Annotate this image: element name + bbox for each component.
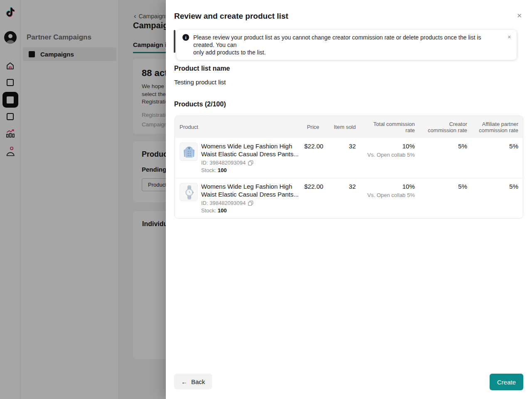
col-affiliate-commission: Affiliate partner commission rate bbox=[472, 116, 523, 138]
product-list-name-value: Testing product list bbox=[174, 79, 226, 86]
product-list-name-label: Product list name bbox=[174, 65, 230, 72]
product-title: Womens Wide Leg Fashion High Waist Elast… bbox=[201, 143, 288, 158]
banner-text: Please review your product list as you c… bbox=[193, 34, 500, 56]
create-button[interactable]: Create bbox=[490, 374, 523, 390]
product-image-watch bbox=[180, 183, 198, 201]
back-arrow-icon: ← bbox=[181, 378, 187, 385]
table-row: Womens Wide Leg Fashion High Waist Elast… bbox=[175, 138, 523, 178]
total-rate-cell: 10% Vs. Open collab 5% bbox=[360, 138, 419, 178]
col-price: Price bbox=[300, 116, 324, 138]
affiliate-rate-cell: 5% bbox=[472, 178, 523, 219]
table-header-row: Product Price Item sold Total commission… bbox=[175, 116, 523, 138]
col-item-sold: Item sold bbox=[324, 116, 360, 138]
creator-rate-cell: 5% bbox=[419, 138, 472, 178]
copy-icon[interactable] bbox=[248, 200, 254, 206]
open-collab-note: Vs. Open collab 5% bbox=[365, 152, 415, 158]
stock-value: 100 bbox=[218, 167, 227, 173]
col-product: Product bbox=[175, 116, 300, 138]
total-rate-cell: 10% Vs. Open collab 5% bbox=[360, 178, 419, 219]
products-table: Product Price Item sold Total commission… bbox=[175, 116, 523, 219]
stock-label: Stock: bbox=[201, 167, 216, 173]
modal-title: Review and create product list bbox=[174, 12, 288, 21]
product-image-blazer bbox=[180, 143, 198, 161]
info-banner: i Please review your product list as you… bbox=[177, 30, 517, 60]
stock-label: Stock: bbox=[201, 207, 216, 214]
scrollbar-thumb[interactable] bbox=[174, 30, 175, 53]
copy-icon[interactable] bbox=[248, 160, 254, 166]
price-cell: $22.00 bbox=[300, 138, 324, 178]
col-total-commission: Total commission rate bbox=[360, 116, 419, 138]
product-id: ID: 398482093094 bbox=[201, 200, 246, 206]
table-row: Womens Wide Leg Fashion High Waist Elast… bbox=[175, 178, 523, 219]
info-icon: i bbox=[182, 34, 189, 41]
creator-rate-cell: 5% bbox=[419, 178, 472, 219]
products-heading: Products (2/100) bbox=[174, 101, 226, 108]
affiliate-rate-cell: 5% bbox=[472, 138, 523, 178]
review-product-list-modal: Review and create product list ✕ i Pleas… bbox=[166, 0, 532, 399]
product-id: ID: 398482093094 bbox=[201, 160, 246, 166]
stock-value: 100 bbox=[218, 207, 227, 214]
back-button[interactable]: ← Back bbox=[174, 374, 212, 389]
price-cell: $22.00 bbox=[300, 178, 324, 219]
banner-dismiss-icon[interactable]: ✕ bbox=[507, 35, 511, 39]
close-icon[interactable]: ✕ bbox=[517, 12, 522, 19]
open-collab-note: Vs. Open collab 5% bbox=[365, 192, 415, 198]
col-creator-commission: Creator commission rate bbox=[419, 116, 472, 138]
product-title: Womens Wide Leg Fashion High Waist Elast… bbox=[201, 183, 288, 198]
item-sold-cell: 32 bbox=[324, 138, 360, 178]
item-sold-cell: 32 bbox=[324, 178, 360, 219]
